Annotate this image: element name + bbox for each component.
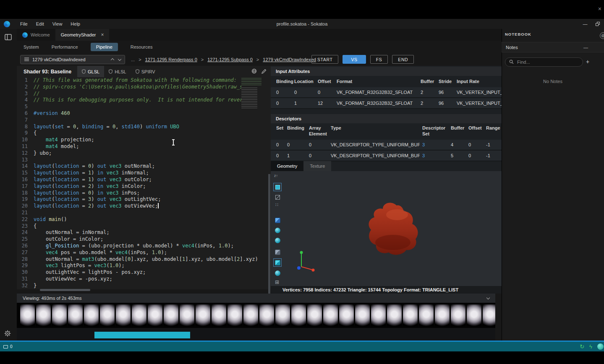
add-note-button[interactable]: + bbox=[586, 58, 589, 65]
points-mode-icon[interactable]: ∷ bbox=[275, 202, 278, 208]
frame-thumbnail[interactable] bbox=[116, 304, 131, 326]
frame-thumbnail[interactable] bbox=[196, 304, 210, 326]
z-axis-toggle-icon[interactable]: z↑ bbox=[274, 174, 278, 178]
chevron-up-icon[interactable] bbox=[111, 58, 114, 62]
cube-teal-selected-icon[interactable] bbox=[273, 258, 282, 267]
grid-view-icon[interactable]: ⊞ bbox=[275, 279, 279, 285]
lang-tab-hlsl[interactable]: HLSL bbox=[104, 66, 131, 77]
restore-button[interactable] bbox=[591, 19, 604, 29]
nav-pipeline[interactable]: Pipeline bbox=[91, 43, 118, 51]
table-cell: 2 bbox=[418, 90, 436, 95]
status-orb-icon[interactable] bbox=[597, 343, 604, 350]
menu-edit[interactable]: Edit bbox=[32, 19, 48, 29]
breadcrumb-drawcall-link[interactable]: 1279 vkCmdDrawIndexed bbox=[263, 57, 316, 62]
stage-vs-button[interactable]: VS bbox=[343, 55, 366, 64]
sphere-teal-icon[interactable] bbox=[275, 270, 280, 276]
lang-tab-glsl[interactable]: GLSL bbox=[77, 66, 104, 77]
frame-thumbnail[interactable] bbox=[435, 304, 450, 326]
stage-end-button[interactable]: END bbox=[392, 55, 414, 64]
collapse-notes-icon[interactable]: — bbox=[583, 45, 588, 50]
frame-thumbnail[interactable] bbox=[291, 304, 306, 326]
sidebar-toggle-icon[interactable] bbox=[5, 34, 12, 42]
solid-mode-icon[interactable] bbox=[273, 183, 282, 191]
frame-thumbnail[interactable] bbox=[339, 304, 354, 326]
nav-performance[interactable]: Performance bbox=[52, 44, 78, 49]
stage-start-button[interactable]: START bbox=[311, 55, 338, 64]
frame-thumbnail[interactable] bbox=[84, 304, 99, 326]
edit-pencil-icon[interactable] bbox=[261, 68, 267, 75]
sync-icon[interactable]: ↻ bbox=[580, 344, 584, 349]
frame-thumbnail[interactable] bbox=[483, 304, 495, 326]
globe-icon[interactable] bbox=[251, 68, 257, 75]
power-bolt-icon[interactable]: ϟ bbox=[589, 344, 592, 349]
code-line: 31 outViewVec = -pos.xyz; bbox=[17, 276, 271, 283]
timeline-scroll-track[interactable] bbox=[17, 328, 495, 341]
frame-thumbnail[interactable] bbox=[148, 304, 162, 326]
frame-thumbnail[interactable] bbox=[323, 304, 338, 326]
frame-thumbnail[interactable] bbox=[68, 304, 83, 326]
frame-thumbnail[interactable] bbox=[307, 304, 322, 326]
shield-icon bbox=[136, 69, 139, 74]
breadcrumb-ellipsis[interactable]: ... bbox=[131, 57, 135, 62]
frame-thumbnail[interactable] bbox=[164, 304, 178, 326]
frame-thumbnail[interactable] bbox=[20, 304, 35, 326]
frame-thumbnail[interactable] bbox=[467, 304, 481, 326]
menu-view[interactable]: View bbox=[48, 19, 67, 29]
code-line: 23{ bbox=[17, 223, 271, 230]
menu-help[interactable]: Help bbox=[66, 19, 84, 29]
breadcrumb-renderpass-link[interactable]: 1271-1295 Renderpass 0 bbox=[145, 57, 197, 62]
tab-welcome[interactable]: Welcome bbox=[17, 29, 55, 41]
frame-thumbnail[interactable] bbox=[451, 304, 465, 326]
cube-gray-icon[interactable] bbox=[275, 250, 280, 255]
tab-geometry[interactable]: Geometry bbox=[271, 161, 303, 171]
sphere-teal-icon[interactable] bbox=[275, 238, 280, 243]
frame-thumbnail[interactable] bbox=[100, 304, 115, 326]
frame-thumbnail[interactable] bbox=[36, 304, 51, 326]
geometry-viewport[interactable]: z↑ ∷ ⊞ bbox=[271, 171, 502, 286]
cube-blue-icon[interactable] bbox=[275, 218, 280, 223]
menu-file[interactable]: File bbox=[16, 19, 32, 29]
frame-thumbnail[interactable] bbox=[403, 304, 418, 326]
nav-system[interactable]: System bbox=[24, 44, 39, 49]
stage-fs-button[interactable]: FS bbox=[370, 55, 388, 64]
frame-thumbnail[interactable] bbox=[419, 304, 434, 326]
draw-call-dropdown[interactable]: 1279 vkCmdDrawIndexed bbox=[20, 55, 125, 64]
frame-thumbnail[interactable] bbox=[371, 304, 386, 326]
wireframe-mode-icon[interactable] bbox=[275, 195, 280, 200]
frame-thumbnail[interactable] bbox=[132, 304, 146, 326]
frame-thumbnail[interactable] bbox=[355, 304, 370, 326]
tab-close-icon[interactable]: × bbox=[101, 32, 104, 38]
breadcrumb-subpass-link[interactable]: 1271-1295 Subpass 0 bbox=[207, 57, 253, 62]
mention-icon[interactable]: @ bbox=[600, 32, 604, 39]
lang-tab-spirv[interactable]: SPIRV bbox=[131, 66, 160, 77]
chevron-down-icon[interactable] bbox=[118, 57, 121, 60]
tab-texture[interactable]: Texture bbox=[303, 161, 331, 171]
frame-thumbnail[interactable] bbox=[243, 304, 258, 326]
frame-thumbnail[interactable] bbox=[52, 304, 67, 326]
collapse-timeline-icon[interactable] bbox=[486, 296, 490, 299]
table-cell: VK_DESCRIPTOR_TYPE_UNIFORM_BUFFER bbox=[328, 142, 420, 147]
minimize-button[interactable]: — bbox=[579, 19, 591, 29]
frame-thumbnail[interactable] bbox=[275, 304, 290, 326]
nav-resources[interactable]: Resources bbox=[131, 44, 153, 49]
table-header-row: SetBindingArray ElementTypeDescriptor Se… bbox=[271, 123, 502, 140]
sphere-teal-icon[interactable] bbox=[275, 228, 280, 233]
tab-geometryshader[interactable]: GeometryShader × bbox=[55, 29, 110, 41]
table-cell: 2 bbox=[418, 101, 436, 106]
frame-thumbnail[interactable] bbox=[259, 304, 274, 326]
notes-search-input[interactable] bbox=[516, 59, 579, 65]
table-link[interactable]: 3 bbox=[420, 153, 448, 158]
frame-thumbnail[interactable] bbox=[387, 304, 402, 326]
notes-search-box[interactable] bbox=[505, 57, 583, 67]
outer-close-icon[interactable]: × bbox=[598, 6, 601, 12]
table-link[interactable]: 3 bbox=[420, 142, 448, 147]
settings-gear-icon[interactable] bbox=[4, 330, 11, 339]
timeline-scroll-thumb[interactable] bbox=[94, 332, 190, 338]
frame-thumbnail[interactable] bbox=[227, 304, 242, 326]
editor-horizontal-scrollbar[interactable] bbox=[40, 289, 90, 291]
code-editor[interactable]: 1// This file was generated from Sokatoa… bbox=[17, 77, 271, 289]
frame-thumbnail[interactable] bbox=[180, 304, 194, 326]
frame-thumbnail[interactable] bbox=[212, 304, 226, 326]
minimap[interactable] bbox=[241, 78, 264, 111]
editor-vertical-scrollbar[interactable] bbox=[268, 174, 270, 294]
